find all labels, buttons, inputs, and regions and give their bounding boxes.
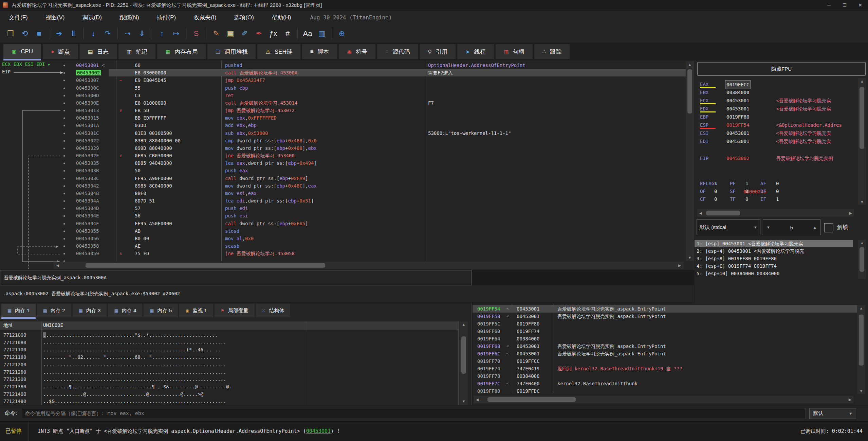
scroll-right-arrow[interactable]: ▶ — [847, 396, 853, 403]
breakpoint-bullet[interactable]: ● — [63, 152, 66, 159]
scroll-left-arrow[interactable]: ◀ — [475, 396, 480, 403]
menu-item-d[interactable]: 调试(D) — [73, 11, 111, 24]
trace-into-icon[interactable]: ⇢ — [121, 27, 135, 40]
breakpoint-bullet[interactable]: ● — [63, 205, 66, 212]
disasm-row[interactable]: ●00453055ABstosd — [0, 227, 694, 235]
scrollbar-thumb[interactable] — [86, 263, 325, 268]
argument-row[interactable]: 4: [esp+C] 0019FF74 0019FF74 — [695, 262, 853, 270]
chart-icon[interactable]: ▥ — [315, 27, 329, 40]
breakpoint-bullet[interactable]: ● — [63, 190, 66, 197]
globe-icon[interactable]: ⊕ — [335, 27, 349, 40]
menu-item-p[interactable]: 插件(P) — [148, 11, 185, 24]
dump-row[interactable]: 77121200................................… — [0, 361, 458, 368]
breakpoint-bullet[interactable]: ● — [63, 212, 66, 219]
breakpoint-bullet[interactable]: ● — [63, 197, 66, 205]
dump-row[interactable]: 77121480..$&............................… — [0, 398, 458, 405]
disasm-row[interactable]: ●00453059∧75 FDjne 吾爱破解论坛学习.453058 — [0, 250, 694, 257]
run-until-return-icon[interactable]: ↑ — [155, 27, 169, 40]
command-input[interactable] — [22, 408, 806, 419]
scroll-up-arrow[interactable]: ▲ — [857, 306, 865, 311]
run-to-user-code-icon[interactable]: ↦ — [169, 27, 183, 40]
scroll-left-arrow[interactable]: ◀ — [698, 209, 703, 217]
scroll-left-arrow[interactable]: ◀ — [55, 262, 60, 269]
dump-tab-局部变量[interactable]: ⚑局部变量 — [215, 304, 255, 317]
scroll-down-arrow[interactable]: ▼ — [858, 199, 866, 204]
stack-row[interactable]: 0019FF5C0019FF80 — [473, 320, 857, 328]
spinner-up-icon[interactable]: ▲ — [813, 225, 817, 229]
tab-脚本[interactable]: ≡脚本 — [302, 44, 337, 59]
breakpoint-bullet[interactable]: ● — [63, 92, 66, 99]
disasm-hscrollbar[interactable]: ◀ ▶ — [54, 262, 684, 269]
tab-符号[interactable]: ◉符号 — [339, 44, 375, 59]
eflags-row[interactable]: EFLAGS 00000246 — [695, 171, 706, 179]
stack-row[interactable]: 0019FF600019FF74 — [473, 328, 857, 335]
breakpoint-bullet[interactable]: ● — [63, 250, 66, 257]
argument-row[interactable]: 2: [esp+4] 00453001 <吾爱破解论坛学习脱壳 — [695, 247, 853, 255]
breakpoint-bullet[interactable]: ● — [63, 137, 66, 144]
breakpoint-bullet[interactable]: ● — [63, 182, 66, 190]
step-over-icon[interactable]: ↷ — [100, 27, 115, 40]
dump-row[interactable]: 77121380.........¶.,....................… — [0, 383, 458, 390]
minimize-button[interactable]: ─ — [821, 0, 837, 10]
scroll-up-arrow[interactable]: ▲ — [858, 241, 866, 245]
stop-icon[interactable]: ■ — [32, 27, 46, 40]
stack-row[interactable]: 0019FF700019FFCC — [473, 357, 857, 365]
scroll-up-arrow[interactable]: ▲ — [460, 322, 468, 327]
menu-item-h[interactable]: 帮助(H) — [263, 11, 300, 24]
argument-row[interactable]: 5: [esp+10] 00384000 00384000 — [695, 270, 853, 277]
scroll-up-arrow[interactable]: ▲ — [686, 62, 694, 67]
scroll-right-arrow[interactable]: ▶ — [848, 209, 853, 217]
disassembly-pane[interactable]: ●00453001 <60pushadOptionalHeader.Addres… — [0, 60, 694, 270]
tab-内存布局[interactable]: ▦内存布局 — [157, 44, 206, 59]
fx-icon[interactable]: ƒx — [266, 27, 280, 40]
disasm-row[interactable]: ●0045301A03DDadd ebx,ebp — [0, 122, 694, 129]
assemble-icon[interactable]: ✎ — [209, 27, 223, 40]
stack-row[interactable]: 0019FF800019FFDC — [473, 387, 857, 395]
step-into-icon[interactable]: ↓ — [86, 27, 100, 40]
dump-row[interactable]: 77121100................................… — [0, 346, 458, 353]
tab-笔记[interactable]: ▥笔记 — [118, 44, 155, 59]
breakpoint-bullet[interactable]: ● — [63, 76, 66, 84]
tab-SEH链[interactable]: ⚠SEH链 — [257, 44, 300, 59]
command-mode-select[interactable]: 默认 ▼ — [809, 408, 856, 419]
disasm-row[interactable]: ●00453029899D 88040000mov dword ptr ss:[… — [0, 144, 694, 152]
scroll-down-arrow[interactable]: ▼ — [460, 399, 468, 404]
stack-row[interactable]: 0019FF68<00453001吾爱破解论坛学习脱壳实例_aspack.Ent… — [473, 342, 857, 350]
hide-fpu-button[interactable]: 隐藏FPU — [697, 62, 866, 76]
breakpoint-bullet[interactable]: ● — [63, 144, 66, 152]
tab-跟踪[interactable]: ∴跟踪 — [534, 44, 570, 59]
tab-句柄[interactable]: ▥句柄 — [496, 44, 533, 59]
disasm-row[interactable]: ●0045303B50push eax — [0, 167, 694, 174]
status-address-link[interactable]: 00453001 — [306, 428, 331, 434]
breakpoint-bullet[interactable]: ● — [63, 99, 66, 107]
calling-convention-select[interactable]: 默认 (stdcal ▼ — [697, 219, 760, 235]
menu-item-i[interactable]: 收藏夹(I) — [185, 11, 225, 24]
maximize-button[interactable]: ☐ — [837, 0, 852, 10]
disasm-row[interactable]: ●0045304A8D7D 51lea edi,dword ptr ss:[eb… — [0, 197, 694, 205]
dump-tab-内存 3[interactable]: ▦内存 3 — [73, 304, 107, 317]
stack-row[interactable]: 0019FF58<00453001吾爱破解论坛学习脱壳实例_aspack.Ent… — [473, 313, 857, 320]
close-button[interactable]: ✕ — [852, 0, 868, 10]
disasm-row[interactable]: ●004530358D85 94040000lea eax,dword ptr … — [0, 159, 694, 167]
script-run-icon[interactable]: S — [189, 27, 203, 40]
argument-row[interactable]: 3: [esp+8] 0019FF80 0019FF80 — [695, 255, 853, 262]
disasm-row[interactable]: ●00453056B0 00mov al,0x0 — [0, 235, 694, 242]
disasm-row[interactable]: ●00453007−E9 EB045D45jmp 0x45A234F7 — [0, 76, 694, 84]
args-vscrollbar[interactable]: ▲ — [858, 240, 866, 279]
argument-row[interactable]: 1: [esp] 00453001 <吾爱破解论坛学习脱壳实 — [695, 240, 853, 247]
breakpoint-bullet[interactable]: ● — [63, 129, 66, 137]
scrollbar-thumb[interactable] — [860, 87, 864, 149]
breakpoint-bullet[interactable]: ● — [63, 227, 66, 235]
dump-vscrollbar[interactable]: ▲ ▼ — [460, 321, 468, 405]
dump-tab-内存 2[interactable]: ▦内存 2 — [37, 304, 71, 317]
tab-源代码[interactable]: ◌源代码 — [377, 44, 418, 59]
registers-vscrollbar[interactable]: ▲ ▼ — [858, 78, 866, 205]
memory-dump-pane[interactable]: ▦内存 1▦内存 2▦内存 3▦内存 4▦内存 5◉监视 1⚑局部变量⁙结构体 … — [0, 302, 472, 405]
scrollbar-thumb[interactable] — [706, 211, 740, 215]
restart-icon[interactable]: ⟲ — [18, 27, 32, 40]
font-icon[interactable]: Aa — [300, 27, 315, 40]
dump-row[interactable]: 77121400..............@.................… — [0, 390, 458, 398]
scrollbar-thumb[interactable] — [461, 336, 466, 374]
stack-hscrollbar[interactable]: ◀ ▶ — [474, 396, 853, 403]
disasm-row[interactable]: ●0045304FFF95 A50F0000call dword ptr ss:… — [0, 220, 694, 227]
